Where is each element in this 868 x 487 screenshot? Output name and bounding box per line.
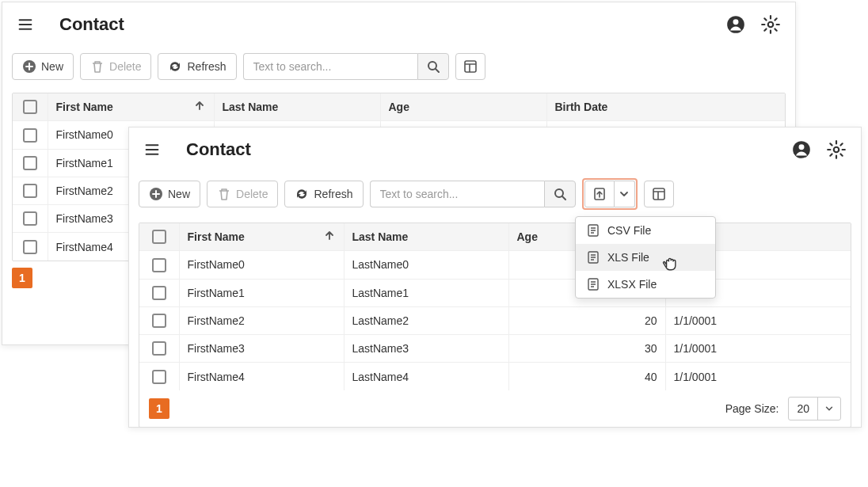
cell-birth-date: 1/1/0001: [665, 363, 851, 390]
delete-label: Delete: [236, 188, 268, 200]
refresh-button[interactable]: Refresh: [284, 181, 363, 207]
checkbox-icon: [23, 211, 37, 226]
row-checkbox[interactable]: [13, 205, 48, 233]
row-checkbox[interactable]: [139, 335, 179, 363]
cell-last-name: LastName1: [344, 279, 508, 306]
checkbox-icon: [23, 184, 37, 198]
delete-label: Delete: [109, 60, 141, 73]
export-option[interactable]: XLS File: [576, 244, 715, 271]
export-button[interactable]: [584, 181, 615, 207]
checkbox-icon: [152, 258, 166, 272]
delete-button[interactable]: Delete: [80, 53, 151, 80]
export-icon: [592, 187, 607, 201]
sort-asc-icon: [325, 230, 334, 241]
header: Contact: [129, 127, 861, 172]
cell-age: 40: [508, 363, 665, 390]
header-row: First Name Last Name Age Date: [139, 223, 851, 251]
cell-first-name: FirstName1: [179, 279, 344, 306]
search-group: [370, 181, 576, 207]
refresh-label: Refresh: [187, 60, 226, 73]
export-dropdown-toggle[interactable]: [615, 181, 635, 207]
export-split-button: [582, 178, 638, 210]
column-chooser-button[interactable]: [644, 181, 674, 207]
checkbox-icon: [152, 370, 166, 384]
row-checkbox[interactable]: [13, 233, 48, 261]
table-row[interactable]: FirstName3LastName3301/1/0001: [139, 335, 851, 363]
new-label: New: [41, 60, 63, 73]
search-input[interactable]: [243, 53, 417, 80]
col-last-name[interactable]: Last Name: [344, 223, 508, 251]
table-row[interactable]: FirstName0LastName00001: [139, 251, 851, 279]
table-row[interactable]: FirstName4LastName4401/1/0001: [139, 363, 851, 390]
checkbox-icon: [152, 286, 166, 300]
hamburger-menu-icon[interactable]: [17, 17, 34, 32]
search-group: [243, 53, 449, 80]
checkbox-icon: [152, 230, 166, 244]
cell-age: 30: [508, 335, 665, 363]
page-number[interactable]: 1: [149, 398, 169, 419]
row-checkbox[interactable]: [139, 306, 179, 334]
refresh-icon: [168, 59, 182, 74]
gear-icon[interactable]: [760, 14, 781, 35]
file-icon: [587, 223, 600, 238]
export-option[interactable]: CSV File: [576, 217, 715, 244]
checkbox-icon: [23, 240, 37, 254]
row-checkbox[interactable]: [139, 251, 179, 279]
header-row: First Name Last Name Age Birth Date: [13, 93, 785, 121]
header: Contact: [2, 2, 795, 47]
col-first-name[interactable]: First Name: [179, 223, 344, 251]
toolbar: New Delete Refresh: [2, 47, 795, 93]
select-all-header[interactable]: [139, 223, 179, 251]
user-icon[interactable]: [791, 139, 812, 160]
refresh-button[interactable]: Refresh: [158, 53, 236, 80]
search-icon: [427, 60, 440, 73]
toolbar: New Delete Refresh: [129, 172, 861, 223]
row-checkbox[interactable]: [139, 363, 179, 390]
row-checkbox[interactable]: [13, 121, 48, 149]
col-age[interactable]: Age: [380, 93, 546, 121]
table-row[interactable]: FirstName1LastName10001: [139, 279, 851, 306]
column-chooser-button[interactable]: [455, 53, 485, 80]
page-number[interactable]: 1: [12, 268, 32, 288]
new-button[interactable]: New: [12, 53, 74, 80]
col-last-name[interactable]: Last Name: [214, 93, 380, 121]
trash-icon: [90, 59, 105, 74]
checkbox-icon: [23, 128, 37, 143]
col-birth-date[interactable]: Birth Date: [546, 93, 785, 121]
cell-first-name: FirstName0: [179, 251, 344, 279]
col-first-name[interactable]: First Name: [48, 93, 214, 121]
search-button[interactable]: [544, 181, 576, 207]
export-dropdown: CSV FileXLS FileXLSX File: [575, 216, 716, 299]
table-row[interactable]: FirstName2LastName2201/1/0001: [139, 306, 851, 334]
row-checkbox[interactable]: [13, 149, 48, 177]
row-checkbox[interactable]: [13, 177, 48, 204]
cell-birth-date: 1/1/0001: [665, 335, 851, 363]
user-icon[interactable]: [725, 14, 746, 35]
cell-last-name: LastName2: [344, 306, 508, 334]
export-option[interactable]: XLSX File: [576, 271, 715, 298]
export-option-label: XLSX File: [607, 278, 657, 291]
select-all-header[interactable]: [13, 93, 48, 121]
checkbox-icon: [23, 156, 37, 170]
cell-age: 20: [508, 306, 665, 334]
page-title: Contact: [59, 14, 124, 35]
search-button[interactable]: [417, 53, 449, 80]
gear-icon[interactable]: [826, 139, 847, 160]
new-button[interactable]: New: [139, 181, 200, 207]
page-size-value: 20: [789, 402, 817, 415]
refresh-label: Refresh: [314, 188, 352, 200]
row-checkbox[interactable]: [139, 279, 179, 306]
cell-first-name: FirstName2: [179, 306, 344, 334]
page-size-select[interactable]: 20: [788, 397, 841, 420]
export-option-label: CSV File: [607, 224, 651, 237]
delete-button[interactable]: Delete: [207, 181, 278, 207]
cell-last-name: LastName3: [344, 335, 508, 363]
chevron-down-icon: [817, 398, 840, 420]
columns-icon: [463, 59, 478, 74]
window-front: Contact New Delete Refresh: [128, 127, 862, 428]
cell-first-name: FirstName4: [179, 363, 344, 390]
cell-first-name: FirstName3: [179, 335, 344, 363]
hamburger-menu-icon[interactable]: [143, 143, 161, 157]
plus-icon: [149, 187, 163, 201]
search-input[interactable]: [370, 181, 544, 207]
